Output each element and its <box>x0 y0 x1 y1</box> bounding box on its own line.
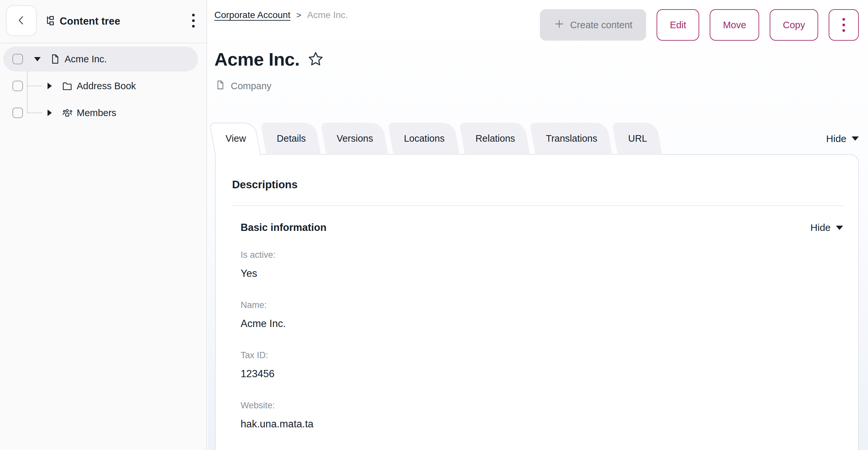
page-title: Acme Inc. <box>214 49 300 70</box>
move-button[interactable]: Move <box>710 9 759 41</box>
caret-down-icon <box>836 226 843 230</box>
group-header: Basic information Hide <box>232 222 843 234</box>
field-website: Website:hak.una.mata.ta <box>241 400 843 430</box>
tree-item-label: Address Book <box>77 81 136 91</box>
tree-item-members[interactable]: Members <box>0 99 207 126</box>
caret-right-icon[interactable] <box>45 110 54 116</box>
tab-label: Versions <box>337 133 373 144</box>
section-divider <box>232 205 843 206</box>
main-content: Corporate Account > Acme Inc. Create con… <box>208 0 868 450</box>
tab-label: Locations <box>404 133 444 144</box>
tab-locations[interactable]: Locations <box>393 123 460 154</box>
group-title: Basic information <box>241 222 327 234</box>
action-buttons: Create content Edit Move Copy <box>540 9 859 41</box>
tab-list: ViewDetailsVersionsLocationsRelationsTra… <box>215 123 668 154</box>
tree-item-label: Members <box>77 108 116 118</box>
field-label: Website: <box>241 400 843 411</box>
tree-item-acme-inc[interactable]: Acme Inc. <box>0 46 207 72</box>
view-tab-panel: Descriptions Basic information Hide Is a… <box>215 154 859 450</box>
content-type-row: Company <box>215 80 271 92</box>
tree-item-label: Acme Inc. <box>65 54 107 65</box>
tab-details[interactable]: Details <box>266 123 321 154</box>
field-list: Is active:YesName:Acme Inc.Tax ID:123456… <box>232 249 843 430</box>
bookmark-star-icon[interactable] <box>307 51 324 68</box>
group-hide-label: Hide <box>810 222 831 233</box>
group-hide-toggle[interactable]: Hide <box>810 222 843 233</box>
users-icon <box>62 107 73 118</box>
create-content-button[interactable]: Create content <box>540 9 646 41</box>
sidebar-title: Content tree <box>60 16 120 27</box>
content-tree: Acme Inc.Address BookMembers <box>0 43 207 126</box>
copy-button[interactable]: Copy <box>770 9 818 41</box>
breadcrumb: Corporate Account > Acme Inc. <box>214 10 348 20</box>
edit-button[interactable]: Edit <box>657 9 699 41</box>
content-tree-icon <box>43 15 55 28</box>
tabs-hide-label: Hide <box>826 133 846 144</box>
breadcrumb-current: Acme Inc. <box>307 10 348 20</box>
tabs-row: ViewDetailsVersionsLocationsRelationsTra… <box>215 123 859 154</box>
field-name: Name:Acme Inc. <box>241 299 843 330</box>
caret-right-icon[interactable] <box>45 83 54 89</box>
field-value: hak.una.mata.ta <box>241 418 843 430</box>
caret-down-icon[interactable] <box>33 57 42 61</box>
collapse-sidebar-button[interactable] <box>6 5 37 36</box>
tab-label: Details <box>277 133 306 144</box>
document-icon <box>215 80 225 92</box>
app-root: Content tree Acme Inc.Address BookMember… <box>0 0 868 450</box>
sidebar-options-button[interactable] <box>192 14 195 28</box>
field-tax-id: Tax ID:123456 <box>241 350 843 380</box>
field-label: Is active: <box>241 249 843 261</box>
create-content-label: Create content <box>570 20 632 30</box>
field-value: Acme Inc. <box>241 318 843 330</box>
content-tree-header: Content tree <box>0 0 207 43</box>
tab-label: Translations <box>546 133 597 144</box>
field-is-active: Is active:Yes <box>241 249 843 280</box>
tab-translations[interactable]: Translations <box>535 123 612 154</box>
field-label: Name: <box>241 299 843 310</box>
content-tree-panel: Content tree Acme Inc.Address BookMember… <box>0 0 207 450</box>
content-type-label: Company <box>231 81 271 91</box>
field-label: Tax ID: <box>241 350 843 361</box>
tabs-hide-toggle[interactable]: Hide <box>826 133 859 144</box>
breadcrumb-separator: > <box>296 10 301 20</box>
document-icon <box>50 54 61 65</box>
more-actions-button[interactable] <box>829 9 859 41</box>
tab-relations[interactable]: Relations <box>465 123 530 154</box>
tab-label: URL <box>628 133 647 144</box>
tab-label: Relations <box>475 133 515 144</box>
page-title-row: Acme Inc. <box>214 49 324 70</box>
field-value: Yes <box>241 267 843 280</box>
tab-versions[interactable]: Versions <box>326 123 388 154</box>
tab-label: View <box>225 133 246 144</box>
field-value: 123456 <box>241 368 843 380</box>
section-title: Descriptions <box>232 178 843 191</box>
plus-icon <box>554 18 565 32</box>
tab-url[interactable]: URL <box>618 123 662 154</box>
folder-icon <box>62 80 73 91</box>
breadcrumb-parent-link[interactable]: Corporate Account <box>214 10 290 20</box>
caret-down-icon <box>851 137 859 141</box>
chevron-left-icon <box>15 14 28 28</box>
tree-item-address-book[interactable]: Address Book <box>0 72 207 99</box>
tab-view[interactable]: View <box>215 123 261 154</box>
